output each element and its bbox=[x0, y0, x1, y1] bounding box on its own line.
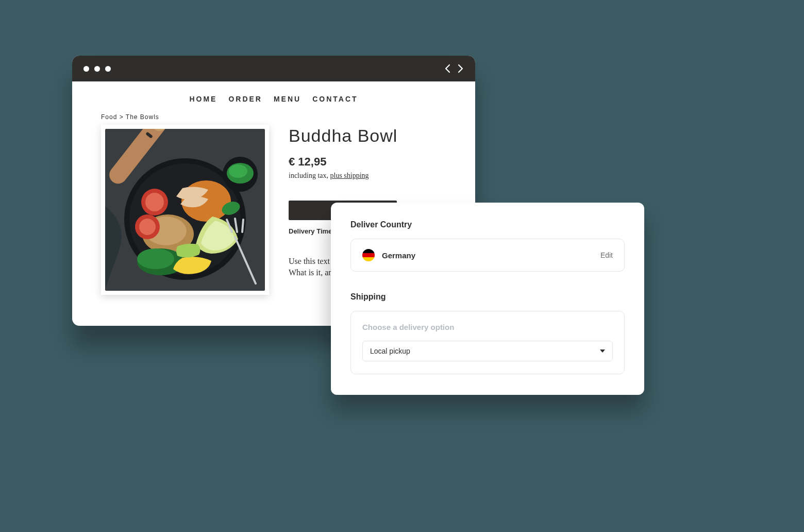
country-display: Germany bbox=[362, 249, 415, 261]
nav-arrows bbox=[444, 64, 464, 73]
main-nav: HOME ORDER MENU CONTACT bbox=[72, 81, 475, 113]
tax-note: including tax, plus shipping bbox=[289, 172, 446, 180]
delivery-option-label: Choose a delivery option bbox=[362, 323, 613, 331]
svg-point-12 bbox=[137, 248, 174, 269]
selected-delivery-option: Local pickup bbox=[370, 347, 410, 355]
svg-point-15 bbox=[229, 164, 247, 178]
nav-item-home[interactable]: HOME bbox=[189, 95, 217, 103]
country-name: Germany bbox=[382, 251, 415, 260]
bowl-illustration-icon bbox=[105, 129, 265, 291]
window-dot[interactable] bbox=[94, 66, 100, 72]
window-controls bbox=[83, 66, 111, 72]
shipping-link[interactable]: plus shipping bbox=[330, 172, 369, 179]
breadcrumb-root[interactable]: Food bbox=[101, 113, 117, 121]
nav-item-order[interactable]: ORDER bbox=[228, 95, 262, 103]
edit-country-button[interactable]: Edit bbox=[600, 251, 613, 259]
back-button[interactable] bbox=[444, 64, 451, 73]
breadcrumb-sep: > bbox=[120, 113, 124, 121]
window-dot[interactable] bbox=[83, 66, 89, 72]
nav-item-contact[interactable]: CONTACT bbox=[312, 95, 358, 103]
breadcrumb-current[interactable]: The Bowls bbox=[126, 113, 159, 121]
country-row: Germany Edit bbox=[350, 239, 625, 272]
product-image-frame bbox=[101, 125, 269, 295]
checkout-card: Deliver Country Germany Edit Shipping Ch… bbox=[331, 203, 644, 395]
chevron-left-icon bbox=[444, 64, 451, 73]
delivery-option-select[interactable]: Local pickup bbox=[362, 341, 613, 361]
tax-prefix: including tax, bbox=[289, 172, 330, 179]
caret-down-icon bbox=[600, 350, 605, 353]
germany-flag-icon bbox=[362, 249, 375, 261]
window-dot[interactable] bbox=[105, 66, 111, 72]
svg-line-23 bbox=[242, 220, 243, 232]
product-title: Buddha Bowl bbox=[289, 126, 446, 146]
deliver-country-heading: Deliver Country bbox=[350, 220, 625, 229]
breadcrumb: Food > The Bowls bbox=[72, 113, 475, 125]
forward-button[interactable] bbox=[457, 64, 464, 73]
nav-item-menu[interactable]: MENU bbox=[274, 95, 301, 103]
window-titlebar bbox=[72, 56, 475, 81]
shipping-heading: Shipping bbox=[350, 292, 625, 302]
svg-point-8 bbox=[145, 193, 164, 211]
product-image bbox=[105, 129, 265, 291]
svg-point-10 bbox=[139, 219, 156, 235]
chevron-right-icon bbox=[457, 64, 464, 73]
product-price: € 12,95 bbox=[289, 155, 446, 169]
shipping-box: Choose a delivery option Local pickup bbox=[350, 311, 625, 374]
